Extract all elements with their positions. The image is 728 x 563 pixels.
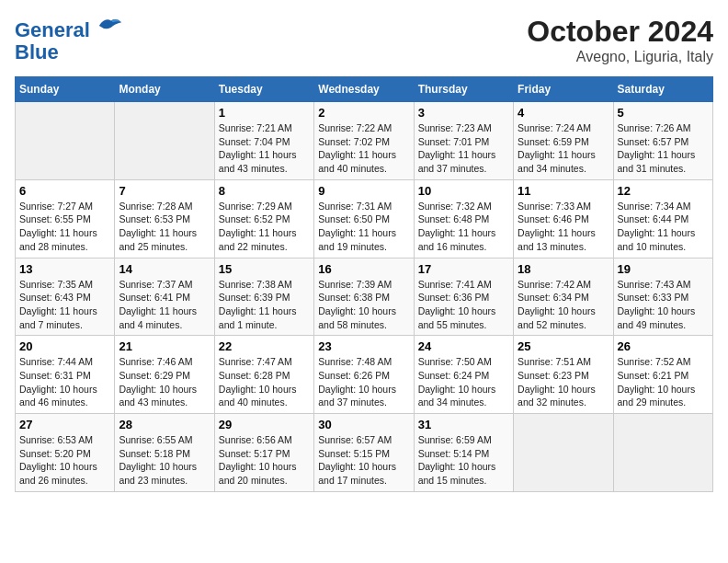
calendar-cell: 31Sunrise: 6:59 AM Sunset: 5:14 PM Dayli… — [414, 414, 513, 492]
calendar-cell: 22Sunrise: 7:47 AM Sunset: 6:28 PM Dayli… — [214, 336, 313, 414]
day-number: 10 — [418, 184, 509, 198]
day-number: 2 — [318, 106, 409, 120]
day-number: 5 — [618, 106, 709, 120]
weekday-header-sunday: Sunday — [16, 77, 115, 102]
logo: General Blue — [15, 15, 123, 63]
logo-bird-icon — [97, 15, 123, 37]
day-info: Sunrise: 7:46 AM Sunset: 6:29 PM Dayligh… — [119, 355, 210, 409]
calendar-cell: 17Sunrise: 7:41 AM Sunset: 6:36 PM Dayli… — [414, 258, 513, 336]
calendar-cell: 12Sunrise: 7:34 AM Sunset: 6:44 PM Dayli… — [613, 179, 712, 258]
calendar-cell — [115, 102, 214, 180]
calendar-cell: 29Sunrise: 6:56 AM Sunset: 5:17 PM Dayli… — [214, 414, 313, 492]
weekday-header-row: SundayMondayTuesdayWednesdayThursdayFrid… — [16, 77, 713, 102]
calendar-cell — [16, 102, 115, 180]
day-number: 8 — [219, 184, 310, 198]
day-info: Sunrise: 7:42 AM Sunset: 6:34 PM Dayligh… — [518, 278, 609, 332]
day-number: 19 — [618, 262, 709, 276]
calendar-week-row: 6Sunrise: 7:27 AM Sunset: 6:55 PM Daylig… — [16, 179, 713, 258]
calendar-cell: 23Sunrise: 7:48 AM Sunset: 6:26 PM Dayli… — [314, 336, 414, 414]
day-info: Sunrise: 7:44 AM Sunset: 6:31 PM Dayligh… — [19, 355, 110, 409]
weekday-header-thursday: Thursday — [414, 77, 513, 102]
calendar-week-row: 27Sunrise: 6:53 AM Sunset: 5:20 PM Dayli… — [16, 414, 713, 492]
day-number: 24 — [418, 339, 509, 353]
calendar-week-row: 13Sunrise: 7:35 AM Sunset: 6:43 PM Dayli… — [16, 258, 713, 336]
day-info: Sunrise: 7:37 AM Sunset: 6:41 PM Dayligh… — [119, 278, 210, 332]
day-info: Sunrise: 6:57 AM Sunset: 5:15 PM Dayligh… — [318, 433, 409, 488]
day-number: 13 — [19, 262, 110, 276]
day-number: 6 — [19, 184, 110, 198]
calendar-week-row: 20Sunrise: 7:44 AM Sunset: 6:31 PM Dayli… — [16, 336, 713, 414]
day-number: 1 — [219, 106, 310, 120]
day-number: 26 — [618, 339, 709, 353]
day-info: Sunrise: 6:55 AM Sunset: 5:18 PM Dayligh… — [119, 433, 210, 488]
title-block: October 2024 Avegno, Liguria, Italy — [527, 15, 713, 65]
day-info: Sunrise: 7:24 AM Sunset: 6:59 PM Dayligh… — [518, 121, 609, 176]
day-info: Sunrise: 7:27 AM Sunset: 6:55 PM Dayligh… — [19, 200, 110, 254]
calendar-cell: 19Sunrise: 7:43 AM Sunset: 6:33 PM Dayli… — [613, 258, 712, 336]
calendar-cell: 27Sunrise: 6:53 AM Sunset: 5:20 PM Dayli… — [16, 414, 115, 492]
calendar-cell: 25Sunrise: 7:51 AM Sunset: 6:23 PM Dayli… — [514, 336, 613, 414]
calendar-cell — [514, 414, 613, 492]
day-info: Sunrise: 7:50 AM Sunset: 6:24 PM Dayligh… — [418, 355, 509, 409]
day-info: Sunrise: 7:52 AM Sunset: 6:21 PM Dayligh… — [618, 355, 709, 409]
calendar-cell: 16Sunrise: 7:39 AM Sunset: 6:38 PM Dayli… — [314, 258, 414, 336]
day-info: Sunrise: 7:32 AM Sunset: 6:48 PM Dayligh… — [418, 200, 509, 254]
day-number: 9 — [318, 184, 409, 198]
weekday-header-monday: Monday — [115, 77, 214, 102]
day-info: Sunrise: 7:31 AM Sunset: 6:50 PM Dayligh… — [318, 200, 409, 254]
calendar-cell: 13Sunrise: 7:35 AM Sunset: 6:43 PM Dayli… — [16, 258, 115, 336]
day-info: Sunrise: 7:34 AM Sunset: 6:44 PM Dayligh… — [618, 200, 709, 254]
day-number: 7 — [119, 184, 210, 198]
day-number: 31 — [418, 418, 509, 431]
calendar-subtitle: Avegno, Liguria, Italy — [527, 49, 713, 65]
day-number: 27 — [19, 418, 110, 431]
day-number: 25 — [518, 339, 609, 353]
day-info: Sunrise: 7:35 AM Sunset: 6:43 PM Dayligh… — [19, 278, 110, 332]
calendar-cell: 6Sunrise: 7:27 AM Sunset: 6:55 PM Daylig… — [16, 179, 115, 258]
calendar-cell: 1Sunrise: 7:21 AM Sunset: 7:04 PM Daylig… — [214, 102, 313, 180]
day-number: 22 — [219, 339, 310, 353]
calendar-cell: 4Sunrise: 7:24 AM Sunset: 6:59 PM Daylig… — [514, 102, 613, 180]
logo-general: General — [15, 18, 90, 41]
calendar-cell: 24Sunrise: 7:50 AM Sunset: 6:24 PM Dayli… — [414, 336, 513, 414]
calendar-cell: 18Sunrise: 7:42 AM Sunset: 6:34 PM Dayli… — [514, 258, 613, 336]
calendar-cell — [613, 414, 712, 492]
calendar-cell: 2Sunrise: 7:22 AM Sunset: 7:02 PM Daylig… — [314, 102, 414, 180]
day-info: Sunrise: 7:33 AM Sunset: 6:46 PM Dayligh… — [518, 200, 609, 254]
day-number: 16 — [318, 262, 409, 276]
calendar-cell: 30Sunrise: 6:57 AM Sunset: 5:15 PM Dayli… — [314, 414, 414, 492]
day-info: Sunrise: 7:38 AM Sunset: 6:39 PM Dayligh… — [219, 278, 310, 332]
calendar-cell: 11Sunrise: 7:33 AM Sunset: 6:46 PM Dayli… — [514, 179, 613, 258]
day-number: 20 — [19, 339, 110, 353]
calendar-cell: 20Sunrise: 7:44 AM Sunset: 6:31 PM Dayli… — [16, 336, 115, 414]
day-info: Sunrise: 7:29 AM Sunset: 6:52 PM Dayligh… — [219, 200, 310, 254]
logo-blue: Blue — [15, 40, 59, 63]
day-number: 11 — [518, 184, 609, 198]
day-info: Sunrise: 7:21 AM Sunset: 7:04 PM Dayligh… — [219, 121, 310, 176]
day-number: 30 — [318, 418, 409, 431]
calendar-cell: 5Sunrise: 7:26 AM Sunset: 6:57 PM Daylig… — [613, 102, 712, 180]
day-number: 29 — [219, 418, 310, 431]
calendar-title: October 2024 — [527, 15, 713, 49]
day-number: 4 — [518, 106, 609, 120]
calendar-cell: 15Sunrise: 7:38 AM Sunset: 6:39 PM Dayli… — [214, 258, 313, 336]
weekday-header-tuesday: Tuesday — [214, 77, 313, 102]
day-number: 21 — [119, 339, 210, 353]
calendar-cell: 9Sunrise: 7:31 AM Sunset: 6:50 PM Daylig… — [314, 179, 414, 258]
day-number: 23 — [318, 339, 409, 353]
day-number: 3 — [418, 106, 509, 120]
day-info: Sunrise: 7:28 AM Sunset: 6:53 PM Dayligh… — [119, 200, 210, 254]
calendar-cell: 14Sunrise: 7:37 AM Sunset: 6:41 PM Dayli… — [115, 258, 214, 336]
day-info: Sunrise: 7:26 AM Sunset: 6:57 PM Dayligh… — [618, 121, 709, 176]
calendar-week-row: 1Sunrise: 7:21 AM Sunset: 7:04 PM Daylig… — [16, 102, 713, 180]
day-info: Sunrise: 7:51 AM Sunset: 6:23 PM Dayligh… — [518, 355, 609, 409]
day-info: Sunrise: 7:41 AM Sunset: 6:36 PM Dayligh… — [418, 278, 509, 332]
calendar-cell: 21Sunrise: 7:46 AM Sunset: 6:29 PM Dayli… — [115, 336, 214, 414]
day-info: Sunrise: 6:53 AM Sunset: 5:20 PM Dayligh… — [19, 433, 110, 488]
weekday-header-saturday: Saturday — [613, 77, 712, 102]
day-info: Sunrise: 7:23 AM Sunset: 7:01 PM Dayligh… — [418, 121, 509, 176]
page-header: General Blue October 2024 Avegno, Liguri… — [15, 15, 713, 65]
day-number: 12 — [618, 184, 709, 198]
calendar-table: SundayMondayTuesdayWednesdayThursdayFrid… — [15, 76, 713, 492]
calendar-cell: 26Sunrise: 7:52 AM Sunset: 6:21 PM Dayli… — [613, 336, 712, 414]
